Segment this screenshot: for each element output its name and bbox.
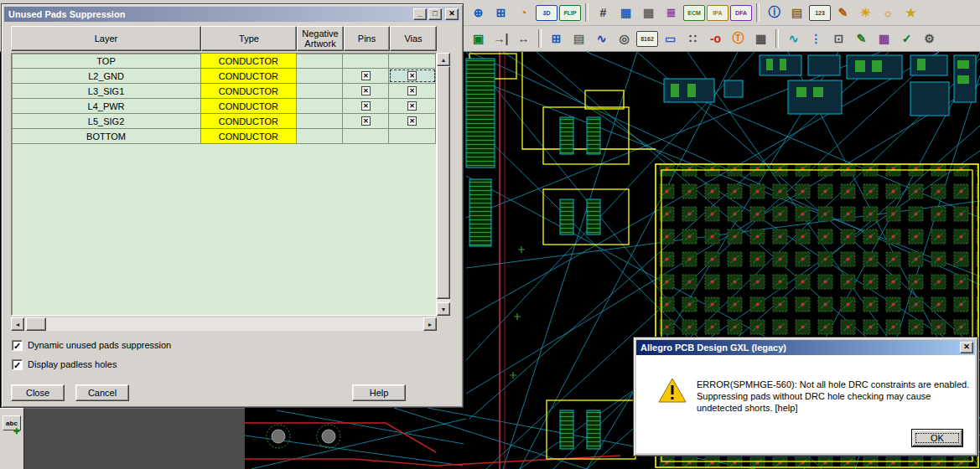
flip-design-icon[interactable]: FLIP: [559, 5, 581, 21]
pins-checkbox-cell[interactable]: ✕: [343, 99, 389, 113]
stretch-icon[interactable]: →|: [490, 28, 511, 49]
toolbar-separator: [775, 29, 779, 48]
highlight-icon[interactable]: ☀: [855, 3, 876, 23]
pins-checkbox-cell[interactable]: ✕: [343, 84, 389, 98]
dice-icon[interactable]: ∷: [682, 28, 703, 49]
dialog-title: Unused Pads Suppression: [8, 9, 412, 19]
fix-gear-icon[interactable]: ⚙: [919, 28, 940, 49]
scroll-left-icon[interactable]: ◄: [11, 317, 24, 331]
table-row[interactable]: L3_SIG1CONDUCTOR✕✕: [12, 84, 436, 99]
ripple-route-icon[interactable]: ∿: [783, 28, 804, 49]
table-row[interactable]: L4_PWRCONDUCTOR✕✕: [12, 99, 436, 114]
horizontal-scroll-thumb[interactable]: [26, 317, 46, 331]
snapshot-icon[interactable]: ◎: [614, 28, 635, 49]
spacing-icon[interactable]: ↔: [513, 28, 534, 49]
disconnect-icon[interactable]: -o: [705, 28, 726, 49]
view-3d-icon[interactable]: 3D: [536, 5, 557, 21]
edit-text-icon[interactable]: ✎: [851, 28, 872, 49]
vias-checkbox-cell[interactable]: ✕: [389, 69, 436, 83]
dehighlight-icon[interactable]: ☼: [878, 3, 899, 23]
vias-checkbox-cell[interactable]: [389, 129, 436, 143]
zoom-fit-icon[interactable]: ⊞: [490, 3, 511, 23]
ok-button[interactable]: OK: [912, 430, 962, 446]
column-header-layer[interactable]: Layer: [11, 26, 201, 51]
pins-checkbox-cell[interactable]: [343, 54, 389, 68]
sketch-line-icon[interactable]: ∿: [591, 28, 612, 49]
comment-icon[interactable]: ▭: [660, 28, 681, 49]
vertical-scroll-thumb[interactable]: [437, 66, 450, 299]
film-records-icon[interactable]: ▤: [568, 28, 589, 49]
column-header-type[interactable]: Type: [201, 26, 297, 51]
column-header-vias[interactable]: Vias: [390, 26, 437, 51]
via-structure-icon[interactable]: ⊞: [546, 28, 567, 49]
type-cell[interactable]: CONDUCTOR: [201, 99, 297, 113]
ecm-chip-icon[interactable]: ECM: [683, 5, 705, 21]
scroll-up-icon[interactable]: ▲: [437, 53, 450, 66]
layer-table[interactable]: TOPCONDUCTORL2_GNDCONDUCTOR✕✕L3_SIG1COND…: [11, 53, 437, 316]
pad-array-icon[interactable]: ▦: [750, 28, 771, 49]
negative-artwork-cell[interactable]: [297, 69, 344, 83]
type-cell[interactable]: CONDUCTOR: [201, 84, 297, 98]
color-dialog-icon[interactable]: ▦: [615, 3, 636, 23]
cancel-button[interactable]: Cancel: [75, 384, 129, 401]
suppression-option[interactable]: ✓Dynamic unused pads suppression: [12, 339, 171, 351]
checked-checkbox[interactable]: ✓: [12, 340, 23, 351]
temp-route-icon[interactable]: ⋮: [806, 28, 827, 49]
vias-checkbox-cell[interactable]: ✕: [389, 114, 436, 128]
place-replicate-icon[interactable]: ▣: [468, 28, 489, 49]
markup-pen-icon[interactable]: ✎: [832, 3, 853, 23]
zoom-in-icon[interactable]: ⊕: [468, 3, 489, 23]
alert-close-icon[interactable]: ✕: [960, 342, 973, 353]
scroll-right-icon[interactable]: ►: [423, 317, 437, 331]
scroll-down-icon[interactable]: ▼: [437, 302, 450, 316]
suppression-option[interactable]: ✓Display padless holes: [12, 358, 117, 370]
close-button[interactable]: Close: [11, 384, 65, 401]
type-cell[interactable]: CONDUCTOR: [201, 54, 297, 68]
table-row[interactable]: TOPCONDUCTOR: [12, 54, 436, 69]
pins-checkbox-cell[interactable]: ✕: [343, 69, 389, 83]
dfa-chip-icon[interactable]: DFA: [730, 5, 752, 21]
vertical-scrollbar[interactable]: ▲ ▼: [437, 53, 450, 316]
maximize-icon[interactable]: □: [428, 8, 442, 20]
cross-section-icon[interactable]: ≣: [661, 3, 682, 23]
element-query-icon[interactable]: ▤: [786, 3, 807, 23]
minimize-icon[interactable]: _: [413, 8, 427, 20]
shape-merge-icon[interactable]: ▩: [638, 3, 659, 23]
horizontal-scrollbar[interactable]: ◄ ►: [11, 317, 437, 331]
favorites-icon[interactable]: ★: [900, 3, 921, 23]
ipa-chip-icon[interactable]: IPA: [707, 5, 729, 21]
status-grid-icon[interactable]: ▦: [874, 28, 894, 49]
table-row[interactable]: L5_SIG2CONDUCTOR✕✕: [12, 114, 436, 129]
pins-checkbox-cell[interactable]: ✕: [343, 114, 389, 128]
table-row[interactable]: L2_GNDCONDUCTOR✕✕: [12, 69, 436, 84]
vias-checkbox-cell[interactable]: ✕: [389, 84, 436, 98]
negative-artwork-cell[interactable]: [297, 99, 344, 113]
grid-toggle-icon[interactable]: #: [593, 3, 614, 23]
table-row[interactable]: BOTTOMCONDUCTOR: [12, 129, 436, 144]
close-icon[interactable]: ✕: [445, 8, 459, 20]
verify-check-icon[interactable]: ✓: [896, 28, 917, 49]
column-header-negative-artwork[interactable]: Negative Artwork: [297, 26, 344, 51]
pins-checkbox-cell[interactable]: [343, 129, 389, 143]
help-button[interactable]: Help: [352, 384, 406, 401]
alert-titlebar[interactable]: Allegro PCB Design GXL (legacy) ✕: [636, 340, 975, 355]
vias-checkbox-cell[interactable]: ✕: [389, 99, 436, 113]
info-icon[interactable]: ⓘ: [764, 3, 785, 23]
negative-artwork-cell[interactable]: [297, 129, 344, 143]
redraw-icon[interactable]: ◔: [513, 3, 534, 23]
type-cell[interactable]: CONDUCTOR: [201, 69, 297, 83]
negative-artwork-cell[interactable]: [297, 114, 344, 128]
dialog-titlebar[interactable]: Unused Pads Suppression _ □ ✕: [4, 7, 460, 22]
type-cell[interactable]: CONDUCTOR: [201, 129, 297, 143]
testprep-icon[interactable]: Ⓣ: [728, 28, 749, 49]
vias-checkbox-cell[interactable]: [389, 54, 436, 68]
checked-checkbox[interactable]: ✓: [12, 359, 23, 370]
checked-mark: ✕: [361, 116, 371, 126]
negative-artwork-cell[interactable]: [297, 54, 344, 68]
calculator-icon[interactable]: 123: [809, 5, 831, 21]
pin-count-icon[interactable]: 8162: [636, 31, 658, 47]
column-header-pins[interactable]: Pins: [344, 26, 390, 51]
copy-clip-icon[interactable]: ⊡: [828, 28, 849, 49]
type-cell[interactable]: CONDUCTOR: [201, 114, 297, 128]
negative-artwork-cell[interactable]: [297, 84, 344, 98]
